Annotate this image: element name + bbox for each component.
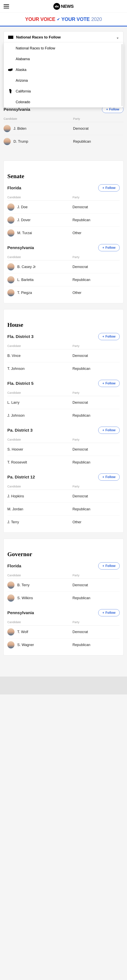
header-party: Party [72,485,120,488]
follow-button[interactable]: +Follow [98,244,120,251]
dropdown-option[interactable]: National Races to Follow [4,43,122,54]
header-candidate: Candidate [7,485,72,488]
state-shape-icon [8,68,13,72]
state-select-button[interactable]: National Races to Follow ⌄ [3,31,124,43]
header-candidate: Candidate [3,117,73,120]
race-header: Fla. District 5+Follow [7,380,120,387]
scrollbar[interactable] [121,44,122,106]
state-select: National Races to Follow ⌄ National Race… [3,31,124,43]
race-header: Florida+Follow [7,562,120,570]
candidate-party: Republican [72,596,120,600]
dropdown-option-label: National Races to Follow [16,46,55,51]
chevron-down-icon: ⌄ [116,35,119,39]
table-row: L. BarlettaRepublican [7,274,120,286]
candidate-name: J. Johnson [7,414,25,418]
candidate-party: Democrat [72,354,120,358]
race-header: Pa. District 12+Follow [7,474,120,480]
table-row: T. JohnsonRepublican [7,362,120,375]
banner-vote: YOUR VOTE [61,16,90,22]
follow-button[interactable]: +Follow [98,380,120,387]
svg-marker-2 [8,68,13,71]
candidate-party: Republican [72,643,120,647]
follow-button[interactable]: +Follow [98,474,120,480]
candidate-name: B. Terry [17,583,30,587]
table-header: CandidateParty [7,483,120,490]
logo-circle: abc [53,3,60,10]
dropdown-option[interactable]: California [4,86,122,97]
banner-voice: YOUR VOICE [25,16,55,22]
follow-button[interactable]: +Follow [98,333,120,340]
follow-button[interactable]: +Follow [98,185,120,191]
state-select-value: National Races to Follow [16,35,61,40]
candidate-name: L. Barletta [17,278,33,282]
table-row: T. PiegzaOther [7,286,120,299]
avatar [7,581,14,589]
race-header: Pennsylvania+Follow [7,609,120,616]
header-candidate: Candidate [7,391,72,395]
candidate-party: Republican [72,278,120,282]
candidate-party: Democrat [72,583,120,587]
table-row: B. TerryDemocrat [7,579,120,592]
dropdown-option[interactable]: Alabama [4,54,122,64]
candidate-name: T. Piegza [17,291,32,295]
table-row: B. VinceDemocrat [7,349,120,362]
candidate-name: J. Hopkins [7,494,24,498]
follow-button[interactable]: +Follow [98,426,120,434]
race-name: Pennsylvania [7,245,34,250]
avatar [7,229,14,237]
usa-silhouette-icon [8,36,13,39]
candidate-party: Democrat [72,205,120,209]
plus-icon: + [102,246,104,250]
state-shape-icon [8,89,13,94]
avatar [7,594,14,601]
table-row: S. WagnerRepublican [7,638,120,651]
avatar [3,138,11,145]
follow-button[interactable]: +Follow [98,562,120,570]
section-title-senate: Senate [7,168,120,180]
candidate-party: Democrat [72,630,120,634]
state-shape-icon [8,46,13,51]
table-header: CandidateParty [7,571,120,579]
follow-label: Follow [105,246,116,250]
plus-icon: + [102,428,104,432]
table-header: CandidateParty [7,618,120,625]
table-row: D. TrumpRepublican [3,135,124,148]
table-row: T. WolfDemocrat [7,625,120,638]
table-header: CandidateParty [7,194,120,200]
logo[interactable]: abc NEWS [9,3,118,10]
table-header: CandidateParty [3,115,124,122]
house-card: House Fla. District 3+FollowCandidatePar… [3,309,124,533]
table-header: CandidateParty [7,253,120,261]
race-block: Pennsylvania+FollowCandidatePartyJ. Bide… [3,106,124,148]
follow-label: Follow [105,564,116,568]
race-name: Florida [7,186,21,190]
plus-icon: + [102,335,104,338]
plus-icon: + [102,475,104,479]
candidate-party: Other [72,291,120,295]
avatar [7,263,14,270]
follow-button[interactable]: +Follow [98,609,120,616]
footer-bar [0,676,127,694]
dropdown-option[interactable]: Colorado [4,97,122,107]
race-name: Florida [7,563,21,568]
follow-label: Follow [105,335,116,338]
state-shape-icon [8,100,13,104]
table-header: CandidateParty [7,436,120,443]
race-header: Pa. District 3+Follow [7,426,120,434]
dropdown-option[interactable]: Arizona [4,75,122,86]
plus-icon: + [102,186,104,190]
dropdown-option[interactable]: Alaska [4,64,122,75]
table-row: S. HooverDemocrat [7,443,120,456]
candidate-name: M. Turzai [17,231,32,235]
follow-label: Follow [105,186,116,190]
menu-icon[interactable] [3,5,9,8]
header-candidate: Candidate [7,255,72,259]
table-row: J. DoverRepublican [7,214,120,227]
header-party: Party [72,438,120,441]
candidate-party: Other [72,231,120,235]
dropdown-option-label: California [16,89,31,94]
candidate-name: T. Roosevelt [7,460,27,465]
candidate-party: Other [72,520,120,524]
header-party: Party [72,196,120,199]
race-name: Pennsylvania [7,610,34,615]
